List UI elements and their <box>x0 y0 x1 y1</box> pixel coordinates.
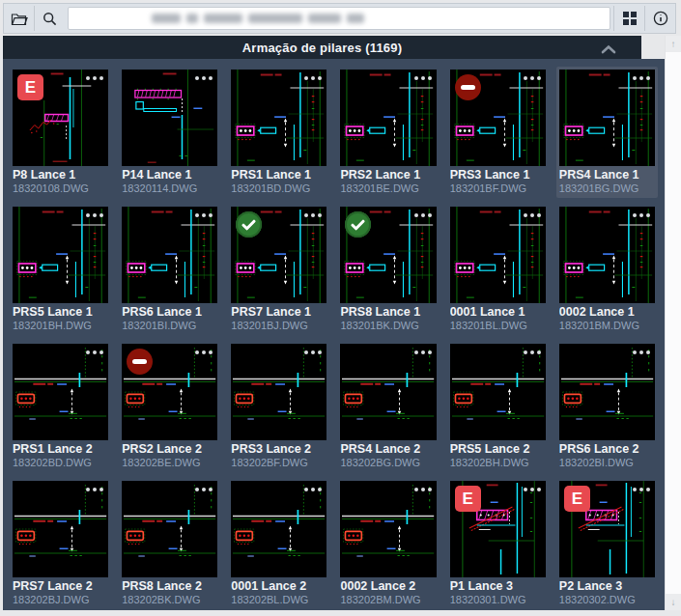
item-menu-button[interactable] <box>86 76 103 80</box>
dwg-thumbnail[interactable] <box>559 70 655 166</box>
file-card[interactable]: PRS3 Lance 1 183201BF.DWG <box>447 67 549 198</box>
dwg-thumbnail[interactable] <box>122 207 217 303</box>
item-menu-button[interactable] <box>414 350 432 354</box>
item-menu-button[interactable] <box>633 76 650 80</box>
file-card[interactable]: 0002 Lance 2 183202BM.DWG <box>337 478 439 609</box>
file-card[interactable]: PRS2 Lance 2 183202BE.DWG <box>119 341 220 472</box>
file-title: PRS2 Lance 2 <box>122 442 217 457</box>
item-menu-button[interactable] <box>304 488 322 491</box>
item-menu-button[interactable] <box>304 76 322 80</box>
dwg-thumbnail[interactable] <box>13 481 108 577</box>
item-menu-button[interactable] <box>86 488 103 491</box>
file-card[interactable]: 0002 Lance 1 183201BM.DWG <box>556 204 658 335</box>
dwg-thumbnail[interactable] <box>340 207 436 303</box>
file-card[interactable]: PRS5 Lance 1 183201BH.DWG <box>10 204 111 335</box>
dwg-thumbnail[interactable]: E <box>13 70 108 166</box>
file-card[interactable]: PRS5 Lance 2 183202BH.DWG <box>447 341 549 472</box>
file-title: 0002 Lance 1 <box>559 305 655 320</box>
dwg-thumbnail[interactable] <box>559 344 655 440</box>
scroll-up-button[interactable]: ↑ <box>666 36 681 52</box>
cad-preview <box>13 481 108 577</box>
search-icon <box>43 12 57 26</box>
dwg-thumbnail[interactable] <box>13 207 108 303</box>
item-menu-button[interactable] <box>86 350 103 354</box>
file-card[interactable]: PRS8 Lance 2 183202BK.DWG <box>119 478 220 609</box>
search-input[interactable] <box>68 7 610 30</box>
file-card[interactable]: PRS2 Lance 1 183201BE.DWG <box>337 67 439 198</box>
dwg-thumbnail[interactable] <box>231 207 326 303</box>
item-menu-button[interactable] <box>195 213 213 217</box>
item-menu-button[interactable] <box>195 488 213 491</box>
item-menu-button[interactable] <box>195 350 213 354</box>
item-menu-button[interactable] <box>86 213 103 217</box>
chevron-up-icon[interactable] <box>601 41 616 58</box>
item-menu-button[interactable] <box>414 488 432 491</box>
file-card[interactable]: 0001 Lance 1 183201BL.DWG <box>447 204 549 335</box>
dwg-thumbnail[interactable] <box>231 70 326 166</box>
dwg-thumbnail[interactable] <box>231 481 326 577</box>
dwg-thumbnail[interactable] <box>340 481 436 577</box>
file-card[interactable]: P14 Lance 1 18320114.DWG <box>119 67 220 198</box>
item-menu-button[interactable] <box>304 350 322 354</box>
item-menu-button[interactable] <box>524 488 541 491</box>
item-menu-button[interactable] <box>414 76 432 80</box>
item-menu-button[interactable] <box>524 76 541 80</box>
file-name: 183201BK.DWG <box>340 320 436 332</box>
file-name: 183201BE.DWG <box>340 182 436 195</box>
file-card[interactable]: PRS4 Lance 2 183202BG.DWG <box>337 341 439 472</box>
dwg-thumbnail[interactable] <box>122 70 217 166</box>
file-card[interactable]: PRS6 Lance 1 183201BI.DWG <box>119 204 220 335</box>
dwg-thumbnail[interactable] <box>340 70 436 166</box>
toolbar <box>3 3 676 34</box>
scroll-down-button[interactable]: ↓ <box>666 594 681 610</box>
dwg-thumbnail[interactable] <box>450 70 546 166</box>
status-badge: E <box>17 74 43 100</box>
dwg-thumbnail[interactable] <box>13 344 108 440</box>
file-card[interactable]: PRS8 Lance 1 183201BK.DWG <box>337 204 439 335</box>
item-menu-button[interactable] <box>524 350 541 354</box>
item-menu-button[interactable] <box>633 213 650 217</box>
dwg-thumbnail[interactable] <box>122 481 217 577</box>
status-badge: E <box>564 486 590 512</box>
dwg-thumbnail[interactable] <box>450 207 546 303</box>
section-header[interactable]: Armação de pilares (1169) <box>3 36 641 59</box>
item-menu-button[interactable] <box>414 213 432 217</box>
file-title: P1 Lance 3 <box>450 579 546 594</box>
file-card[interactable]: PRS4 Lance 1 183201BG.DWG <box>556 67 658 198</box>
item-menu-button[interactable] <box>633 488 650 491</box>
file-card[interactable]: PRS3 Lance 2 183202BF.DWG <box>228 341 329 472</box>
search-button[interactable] <box>35 4 65 33</box>
cad-preview <box>559 70 655 166</box>
item-menu-button[interactable] <box>304 213 322 217</box>
file-card[interactable]: PRS7 Lance 2 183202BJ.DWG <box>10 478 111 609</box>
file-card[interactable]: PRS1 Lance 2 183202BD.DWG <box>10 341 111 472</box>
file-title: PRS4 Lance 2 <box>340 442 436 457</box>
redacted-search-text <box>152 14 364 23</box>
cad-preview <box>122 481 217 577</box>
file-title: PRS3 Lance 2 <box>231 442 326 457</box>
cad-preview <box>122 207 217 303</box>
cad-preview <box>231 70 326 166</box>
grid-view-button[interactable] <box>614 4 644 33</box>
dwg-thumbnail[interactable]: E <box>559 481 655 577</box>
item-menu-button[interactable] <box>524 213 541 217</box>
dwg-thumbnail[interactable] <box>340 344 436 440</box>
open-folder-button[interactable] <box>4 4 34 33</box>
file-card[interactable]: 0001 Lance 2 183202BL.DWG <box>228 478 329 609</box>
item-menu-button[interactable] <box>633 350 650 354</box>
dwg-thumbnail[interactable]: E <box>450 481 546 577</box>
dwg-thumbnail[interactable] <box>231 344 326 440</box>
file-card[interactable]: E P1 Lance 3 18320301.DWG <box>447 478 549 609</box>
dwg-thumbnail[interactable] <box>559 207 655 303</box>
scrollbar-track[interactable] <box>666 52 681 594</box>
dwg-thumbnail[interactable] <box>450 344 546 440</box>
file-card[interactable]: E P8 Lance 1 18320108.DWG <box>10 67 111 198</box>
dwg-thumbnail[interactable] <box>122 344 217 440</box>
info-button[interactable] <box>645 4 675 33</box>
file-card[interactable]: PRS1 Lance 1 183201BD.DWG <box>228 67 329 198</box>
file-card[interactable]: E P2 Lance 3 18320302.DWG <box>556 478 658 609</box>
file-card[interactable]: PRS6 Lance 2 183202BI.DWG <box>556 341 658 472</box>
vertical-scrollbar[interactable]: ↑ ↓ <box>665 36 681 610</box>
file-card[interactable]: PRS7 Lance 1 183201BJ.DWG <box>228 204 329 335</box>
item-menu-button[interactable] <box>195 76 213 80</box>
